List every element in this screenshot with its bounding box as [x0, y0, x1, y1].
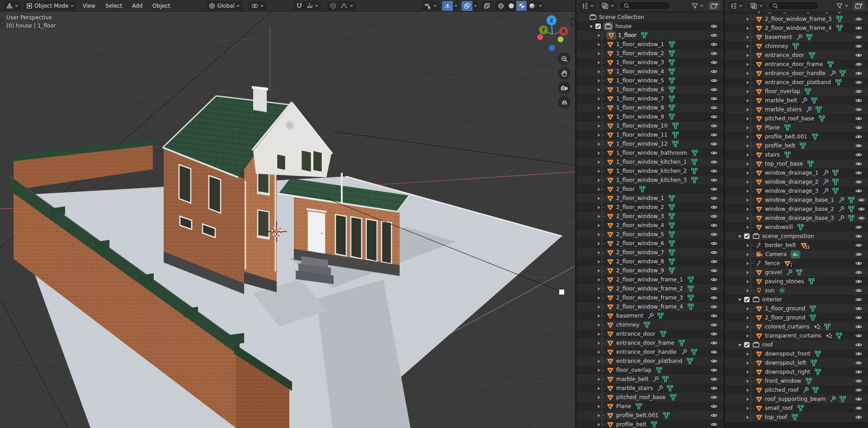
visibility-eye-icon[interactable]: [710, 41, 718, 48]
visibility-eye-icon[interactable]: [855, 414, 863, 421]
navigation-gizmo[interactable]: Z Y X: [532, 14, 573, 55]
expand-arrow-icon[interactable]: [596, 295, 602, 300]
visibility-eye-icon[interactable]: [855, 233, 863, 240]
falloff-curve-icon[interactable]: [340, 2, 348, 10]
visibility-eye-icon[interactable]: [710, 222, 718, 229]
expand-arrow-icon[interactable]: [596, 51, 602, 56]
visibility-eye-icon[interactable]: [710, 366, 718, 374]
outliner-object-row[interactable]: 2_floor_window_4: [576, 221, 723, 230]
expand-arrow-icon[interactable]: [745, 415, 750, 420]
outliner-object-row[interactable]: 2_floor_window_8: [576, 257, 723, 266]
visibility-eye-icon[interactable]: [855, 70, 863, 77]
pan-button[interactable]: [558, 67, 571, 80]
expand-arrow-icon[interactable]: [745, 98, 750, 103]
visibility-eye-icon[interactable]: [855, 296, 863, 303]
filter-dropdown[interactable]: [689, 1, 706, 10]
outliner-object-row[interactable]: 2_floor_window_7: [576, 248, 723, 257]
visibility-eye-icon[interactable]: [855, 386, 863, 394]
visibility-eye-icon[interactable]: [855, 404, 863, 412]
visibility-eye-icon[interactable]: [710, 195, 718, 202]
expand-arrow-icon[interactable]: [596, 87, 602, 92]
visibility-eye-icon[interactable]: [710, 357, 718, 365]
visibility-eye-icon[interactable]: [710, 321, 718, 328]
visibility-eye-icon[interactable]: [710, 249, 718, 256]
visibility-eye-icon[interactable]: [855, 33, 863, 41]
visibility-eye-icon[interactable]: [710, 412, 718, 419]
visibility-eye-icon[interactable]: [855, 368, 863, 376]
toolbar-expand-tab[interactable]: ›: [0, 18, 5, 27]
outliner-object-row[interactable]: window_drainage_base_1: [725, 195, 868, 204]
expand-arrow-icon[interactable]: [596, 33, 602, 38]
visibility-eye-icon[interactable]: [710, 149, 718, 157]
expand-arrow-icon[interactable]: [745, 125, 750, 130]
expand-arrow-icon[interactable]: [745, 315, 750, 320]
outliner-object-row[interactable]: profile_belt.001: [576, 411, 723, 420]
visibility-eye-icon[interactable]: [855, 97, 863, 104]
visibility-eye-icon[interactable]: [710, 131, 718, 138]
expand-arrow-icon[interactable]: [596, 368, 602, 373]
expand-arrow-icon[interactable]: [745, 306, 750, 311]
outliner-object-row[interactable]: 2_floor_ground: [725, 313, 868, 322]
visibility-eye-icon[interactable]: [855, 377, 863, 385]
visibility-eye-icon[interactable]: [710, 50, 718, 57]
visibility-eye-icon[interactable]: [710, 95, 718, 102]
outliner-object-row[interactable]: 1_floor_window_1: [576, 40, 723, 49]
expand-arrow-icon[interactable]: [737, 234, 743, 239]
outliner-collection-row[interactable]: house: [576, 22, 723, 31]
outliner-object-row[interactable]: 1_floor_window_12: [576, 139, 723, 148]
expand-arrow-icon[interactable]: [596, 96, 602, 101]
expand-arrow-icon[interactable]: [745, 152, 750, 157]
visibility-eye-icon[interactable]: [710, 258, 718, 265]
outliner-object-row[interactable]: front_window: [725, 376, 868, 385]
collection-checkbox[interactable]: [744, 342, 750, 348]
expand-arrow-icon[interactable]: [745, 379, 750, 384]
visibility-eye-icon[interactable]: [855, 133, 863, 140]
gizmos-toggle[interactable]: [442, 1, 459, 11]
visibility-eye-icon[interactable]: [710, 385, 718, 392]
visibility-eye-icon[interactable]: [855, 43, 863, 50]
visibility-eye-icon[interactable]: [710, 68, 718, 75]
expand-arrow-icon[interactable]: [745, 17, 750, 22]
visibility-eye-icon[interactable]: [710, 32, 718, 39]
collection-checkbox[interactable]: [744, 233, 750, 239]
outliner-object-row[interactable]: transparent_curtains: [725, 331, 868, 340]
outliner-object-row[interactable]: roof_supporting_beam: [725, 395, 868, 404]
expand-arrow-icon[interactable]: [596, 413, 602, 418]
visibility-eye-icon[interactable]: [855, 142, 863, 149]
expand-arrow-icon[interactable]: [745, 80, 750, 85]
magnet-icon[interactable]: [296, 2, 303, 10]
outliner-object-row[interactable]: paving_stones: [725, 277, 868, 286]
outliner-object-row[interactable]: profile_belt.001: [725, 132, 868, 141]
visibility-eye-icon[interactable]: [710, 158, 718, 166]
visibility-eye-icon[interactable]: [855, 341, 863, 348]
expand-arrow-icon[interactable]: [596, 114, 602, 119]
outliner-object-row[interactable]: entrance_door_frame: [725, 60, 868, 69]
visibility-eye-icon[interactable]: [710, 185, 718, 193]
expand-arrow-icon[interactable]: [596, 350, 602, 355]
outliner-object-row[interactable]: 2_floor_window_5: [576, 230, 723, 239]
outliner-object-row[interactable]: 1_floor_window_6: [576, 85, 723, 94]
outliner-object-row[interactable]: 1_floor_window_5: [576, 76, 723, 85]
expand-arrow-icon[interactable]: [596, 259, 602, 264]
expand-arrow-icon[interactable]: [596, 69, 602, 74]
visibility-eye-icon[interactable]: [855, 61, 863, 68]
expand-arrow-icon[interactable]: [596, 160, 602, 165]
visibility-eye-icon[interactable]: [710, 312, 718, 319]
outliner-object-row[interactable]: 2_floor_window_1: [576, 194, 723, 203]
outliner-object-row[interactable]: 1_floor_window_bathroom: [576, 148, 723, 157]
expand-arrow-icon[interactable]: [745, 270, 750, 275]
outliner-object-row[interactable]: 1_floor_window_3: [576, 58, 723, 67]
expand-arrow-icon[interactable]: [596, 151, 602, 156]
expand-arrow-icon[interactable]: [596, 241, 602, 246]
outliner-object-row[interactable]: 2_floor_window_frame_4: [725, 24, 868, 33]
visibility-eye-icon[interactable]: [710, 104, 718, 111]
outliner-object-row[interactable]: windowsill: [725, 223, 868, 232]
outliner-object-row[interactable]: small_roof: [725, 404, 868, 413]
visibility-eye-icon[interactable]: [855, 115, 863, 122]
menu-add[interactable]: Add: [128, 1, 146, 10]
expand-arrow-icon[interactable]: [737, 342, 743, 347]
outliner-object-row[interactable]: floor_overlap: [576, 366, 723, 375]
expand-arrow-icon[interactable]: [745, 352, 750, 357]
outliner-object-row[interactable]: 1_floor_window_7: [576, 94, 723, 103]
display-mode-dropdown[interactable]: [599, 1, 617, 10]
